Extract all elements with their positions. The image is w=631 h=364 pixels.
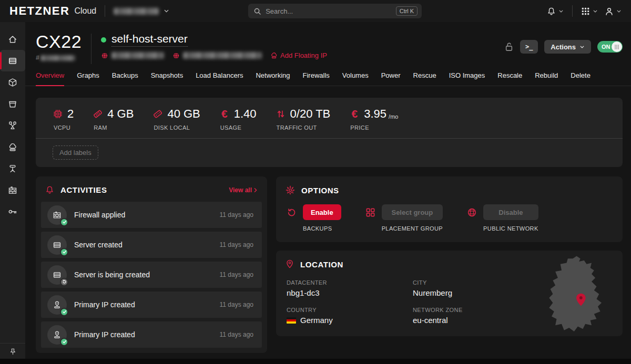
search-input[interactable] bbox=[266, 7, 396, 15]
tab-iso-images[interactable]: ISO Images bbox=[449, 71, 485, 86]
add-floating-ip-link[interactable]: Add Floating IP bbox=[270, 51, 327, 59]
tab-rescale[interactable]: Rescale bbox=[497, 71, 522, 86]
option-public-network: Disable PUBLIC NETWORK bbox=[467, 204, 538, 232]
tab-power[interactable]: Power bbox=[381, 71, 401, 86]
activity-row[interactable]: Firewall applied 11 days ago bbox=[41, 202, 262, 228]
server-name-editable[interactable]: self-host-server bbox=[111, 33, 188, 47]
euro-icon: € bbox=[219, 109, 230, 119]
options-card: OPTIONS Enable BACKUPS bbox=[276, 176, 623, 242]
history-icon bbox=[287, 207, 297, 217]
view-all-link[interactable]: View all bbox=[229, 186, 258, 194]
server-type: CX22 bbox=[36, 33, 82, 50]
server-tabs: Overview Graphs Backups Snapshots Load B… bbox=[25, 64, 631, 86]
ipv4-address[interactable] bbox=[101, 52, 164, 59]
tab-firewalls[interactable]: Firewalls bbox=[303, 71, 330, 86]
sidebar-item-load-balancers[interactable] bbox=[0, 115, 25, 136]
bucket-icon bbox=[8, 99, 17, 109]
stat-disk: 40 GB DISK LOCAL bbox=[152, 107, 200, 131]
germany-silhouette bbox=[549, 256, 602, 331]
gear-icon bbox=[286, 185, 295, 195]
topbar: HETZNER Cloud Ctrl K bbox=[0, 0, 631, 22]
chevron-down-icon bbox=[593, 9, 598, 13]
antenna-icon bbox=[8, 164, 17, 173]
stat-price: € 3.95 /mo PRICE bbox=[349, 107, 398, 131]
chevron-down-icon bbox=[164, 9, 169, 13]
tab-rebuild[interactable]: Rebuild bbox=[535, 71, 558, 86]
activity-row[interactable]: Server created 11 days ago bbox=[41, 232, 262, 258]
chevron-down-icon bbox=[579, 45, 585, 49]
tab-rescue[interactable]: Rescue bbox=[413, 71, 436, 86]
chevron-down-icon bbox=[558, 9, 564, 13]
tab-overview[interactable]: Overview bbox=[36, 71, 64, 86]
primary-ip-avatar bbox=[47, 325, 67, 345]
search-bar[interactable]: Ctrl K bbox=[248, 4, 422, 18]
sidebar-item-volumes[interactable] bbox=[0, 93, 25, 115]
project-selector[interactable] bbox=[114, 8, 169, 15]
firewall-avatar bbox=[47, 205, 67, 225]
server-id: # bbox=[36, 54, 82, 61]
sidebar-item-firewalls[interactable] bbox=[0, 179, 25, 201]
globe-icon bbox=[172, 52, 180, 59]
pushpin-icon bbox=[9, 348, 17, 356]
redacted-server-id bbox=[40, 55, 75, 61]
tab-networking[interactable]: Networking bbox=[256, 71, 290, 86]
search-icon bbox=[253, 7, 261, 15]
power-state-label: ON bbox=[602, 44, 610, 50]
success-check-icon bbox=[60, 248, 68, 256]
apps-menu[interactable] bbox=[581, 7, 598, 16]
user-menu[interactable] bbox=[605, 7, 622, 16]
activity-row[interactable]: Primary IP created 11 days ago bbox=[41, 292, 262, 318]
location-pin-icon bbox=[286, 259, 294, 269]
select-placement-group-button[interactable]: Select group bbox=[382, 204, 443, 220]
cpu-icon bbox=[53, 109, 63, 119]
location-field-country: COUNTRY Germany bbox=[287, 307, 413, 325]
sidebar-item-home[interactable] bbox=[0, 28, 25, 50]
server-avatar bbox=[47, 235, 67, 255]
server-stats-card: 2 VCPU 4 GB RAM 40 GB DISK LO bbox=[36, 98, 623, 167]
success-check-icon bbox=[60, 338, 68, 346]
globe-icon bbox=[101, 52, 108, 59]
redacted-ipv4 bbox=[111, 52, 164, 59]
location-title: LOCATION bbox=[300, 260, 343, 269]
main-content: CX22 # self-host-server bbox=[25, 22, 631, 364]
activities-card: ACTIVITIES View all Firewall applied 11 … bbox=[36, 176, 267, 353]
apps-grid-icon bbox=[581, 7, 590, 16]
tab-backups[interactable]: Backups bbox=[112, 71, 138, 86]
activity-row[interactable]: Primary IP created 11 days ago bbox=[41, 321, 262, 348]
redacted-project-name bbox=[114, 8, 159, 15]
notifications-menu[interactable] bbox=[547, 7, 564, 16]
tab-load-balancers[interactable]: Load Balancers bbox=[196, 71, 243, 86]
floating-ip-icon bbox=[270, 52, 278, 59]
tab-delete[interactable]: Delete bbox=[571, 71, 591, 86]
success-check-icon bbox=[60, 308, 68, 316]
disable-public-network-button[interactable]: Disable bbox=[483, 204, 538, 220]
sidebar-item-networks[interactable] bbox=[0, 158, 25, 179]
globe-icon bbox=[467, 207, 477, 217]
traffic-arrows-icon bbox=[276, 109, 286, 119]
sidebar-item-images[interactable] bbox=[0, 71, 25, 93]
add-labels-button[interactable]: Add labels bbox=[53, 145, 98, 160]
actions-button[interactable]: Actions bbox=[544, 40, 591, 54]
lock-open-icon[interactable] bbox=[504, 41, 514, 52]
hetzner-logo[interactable]: HETZNER bbox=[9, 4, 69, 18]
ipv6-address[interactable] bbox=[172, 52, 262, 59]
enable-backups-button[interactable]: Enable bbox=[303, 204, 341, 220]
bell-icon bbox=[45, 185, 54, 194]
divider bbox=[91, 34, 91, 64]
sidebar-item-security[interactable] bbox=[0, 201, 25, 222]
tab-graphs[interactable]: Graphs bbox=[77, 71, 99, 86]
placement-squares-icon bbox=[365, 207, 375, 217]
chevron-right-icon bbox=[253, 188, 258, 193]
power-toggle[interactable]: ON bbox=[597, 41, 623, 53]
console-button[interactable]: >_ bbox=[520, 40, 538, 54]
tab-volumes[interactable]: Volumes bbox=[342, 71, 369, 86]
germany-flag-icon bbox=[287, 317, 296, 324]
search-shortcut-badge: Ctrl K bbox=[396, 6, 418, 16]
euro-icon: € bbox=[349, 109, 360, 119]
server-icon bbox=[8, 56, 17, 66]
activity-row[interactable]: Server is being created 11 days ago bbox=[41, 262, 262, 288]
tab-snapshots[interactable]: Snapshots bbox=[151, 71, 183, 86]
server-avatar bbox=[47, 265, 67, 285]
sidebar-item-servers[interactable] bbox=[0, 50, 25, 71]
sidebar-item-floating-ips[interactable] bbox=[0, 136, 25, 158]
